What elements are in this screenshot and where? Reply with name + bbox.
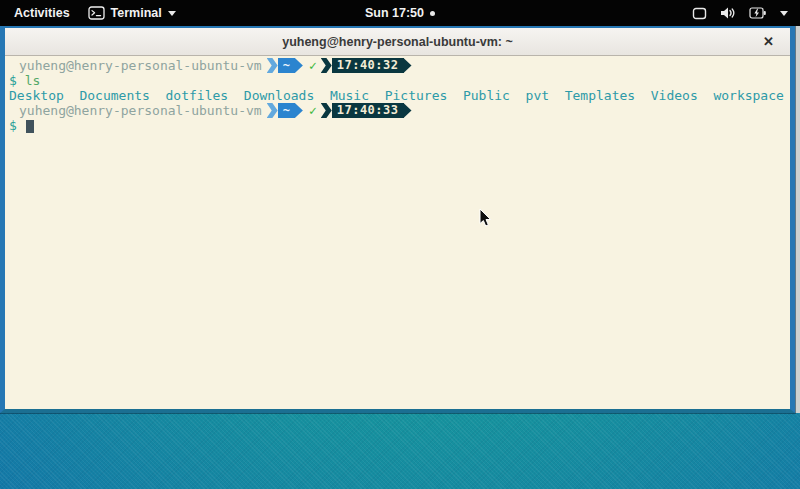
app-menu-label: Terminal: [111, 6, 162, 20]
powerline-arrow: [404, 103, 412, 118]
powerline-arrow: [295, 58, 303, 73]
text-cursor: [26, 120, 34, 133]
prompt-user: yuheng@henry-personal-ubuntu-vm: [19, 103, 262, 118]
close-button[interactable]: ✕: [763, 28, 774, 55]
chevron-down-icon: [168, 11, 176, 16]
clock-label: Sun 17:50: [365, 6, 424, 20]
chevron-down-icon: [780, 11, 788, 16]
powerline-chevron: [267, 103, 278, 118]
mouse-pointer-icon: [479, 208, 492, 232]
check-icon: ✓: [303, 58, 321, 73]
prompt-symbol: $: [9, 73, 17, 88]
command-text: ls: [25, 73, 41, 88]
terminal-icon: [88, 6, 105, 20]
system-status-area[interactable]: [692, 0, 800, 26]
prompt-line: yuheng@henry-personal-ubuntu-vm ~ ✓ 17:4…: [9, 103, 790, 118]
battery-charging-icon: [749, 7, 767, 19]
ls-output-line: Desktop Documents dotfiles Downloads Mus…: [9, 88, 790, 103]
window-title: yuheng@henry-personal-ubuntu-vm: ~: [282, 35, 513, 49]
prompt-time: 17:40:32: [332, 58, 404, 73]
top-bar: Activities Terminal Sun 17:50: [0, 0, 800, 26]
powerline-chevron: [321, 58, 332, 73]
prompt-time: 17:40:33: [332, 103, 404, 118]
prompt-symbol: $: [9, 118, 17, 133]
terminal-screen[interactable]: yuheng@henry-personal-ubuntu-vm ~ ✓ 17:4…: [5, 57, 790, 409]
window-shadow-strip: [795, 26, 800, 413]
prompt-cwd: ~: [278, 58, 295, 73]
prompt-user: yuheng@henry-personal-ubuntu-vm: [19, 58, 262, 73]
powerline-chevron: [267, 58, 278, 73]
display-icon: [692, 7, 707, 20]
powerline-arrow: [404, 58, 412, 73]
input-line: $: [9, 118, 790, 133]
volume-icon: [720, 6, 736, 20]
powerline-arrow: [295, 103, 303, 118]
window-titlebar[interactable]: yuheng@henry-personal-ubuntu-vm: ~ ✕: [5, 28, 790, 56]
powerline-chevron: [321, 103, 332, 118]
prompt-cwd: ~: [278, 103, 295, 118]
terminal-window: yuheng@henry-personal-ubuntu-vm: ~ ✕ yuh…: [0, 26, 795, 413]
app-menu-terminal[interactable]: Terminal: [88, 6, 176, 20]
top-bar-left: Activities Terminal: [0, 4, 176, 22]
check-icon: ✓: [303, 103, 321, 118]
notification-dot: [430, 11, 435, 16]
command-line: $ ls: [9, 73, 790, 88]
prompt-line: yuheng@henry-personal-ubuntu-vm ~ ✓ 17:4…: [9, 58, 790, 73]
clock-button[interactable]: Sun 17:50: [365, 6, 435, 20]
activities-button[interactable]: Activities: [10, 4, 74, 22]
